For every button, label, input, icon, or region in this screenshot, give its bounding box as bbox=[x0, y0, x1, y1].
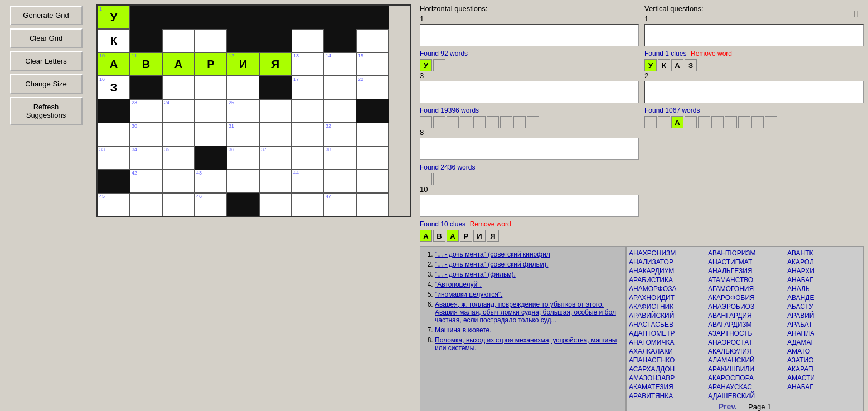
grid-cell[interactable]: 13 bbox=[292, 52, 324, 76]
letter-box[interactable]: К bbox=[658, 59, 670, 71]
word-item[interactable]: АМАСТИ bbox=[787, 374, 861, 382]
grid-cell[interactable] bbox=[259, 170, 292, 193]
word-item[interactable]: АДАПТОМЕТР bbox=[629, 330, 702, 337]
grid-cell[interactable] bbox=[162, 6, 195, 29]
word-item[interactable]: АНАРХИ bbox=[787, 267, 861, 275]
crossword-grid[interactable]: 1УК10А11ВАР12ИЯ13141516З1722232425303132… bbox=[96, 4, 411, 217]
v-q2-found[interactable]: Found 1067 words bbox=[644, 107, 700, 114]
grid-cell[interactable] bbox=[324, 99, 356, 123]
word-item[interactable]: АНАМОРФОЗА bbox=[629, 285, 702, 293]
letter-box[interactable] bbox=[685, 116, 697, 128]
grid-cell[interactable] bbox=[292, 123, 324, 146]
word-item[interactable]: АДАМАІ bbox=[787, 339, 861, 346]
grid-cell[interactable] bbox=[356, 193, 389, 216]
letter-box[interactable] bbox=[513, 116, 526, 128]
grid-cell[interactable] bbox=[259, 193, 292, 216]
definition-link[interactable]: "иномарки целуются". bbox=[435, 291, 502, 298]
letter-box[interactable]: А bbox=[671, 116, 683, 128]
grid-cell[interactable]: 33 bbox=[98, 146, 130, 170]
grid-cell[interactable]: 36 bbox=[227, 146, 259, 170]
grid-cell[interactable]: 22 bbox=[356, 76, 389, 99]
grid-cell[interactable]: 16З bbox=[98, 76, 130, 99]
clear-grid-button[interactable]: Clear Grid bbox=[10, 28, 83, 48]
letter-box[interactable]: У bbox=[420, 59, 432, 71]
letter-box[interactable]: В bbox=[433, 230, 445, 242]
grid-cell[interactable]: 35 bbox=[162, 146, 195, 170]
grid-cell[interactable]: 32 bbox=[324, 123, 356, 146]
grid-cell[interactable]: Р bbox=[195, 52, 227, 76]
h-q3-found[interactable]: Found 19396 words bbox=[420, 107, 479, 114]
grid-cell[interactable]: 38 bbox=[324, 146, 356, 170]
letter-box[interactable] bbox=[500, 116, 512, 128]
word-item[interactable]: АВАНГАРДИЯ bbox=[708, 312, 782, 320]
grid-cell[interactable]: 12И bbox=[227, 52, 259, 76]
letter-box[interactable] bbox=[698, 116, 710, 128]
word-item[interactable]: АВАНТЮРИЗМ bbox=[708, 249, 782, 257]
word-item[interactable]: АРАВИЙСКИЙ bbox=[629, 312, 702, 320]
word-item[interactable]: АНАСТИГМАТ bbox=[708, 258, 782, 266]
letter-box[interactable] bbox=[460, 116, 472, 128]
grid-cell[interactable]: 14 bbox=[324, 52, 356, 76]
grid-cell[interactable]: 44 bbox=[292, 170, 324, 193]
letter-box[interactable] bbox=[751, 116, 764, 128]
definition-link[interactable]: "... - дочь мента" (советский фильм). bbox=[435, 260, 548, 268]
v-q1-remove[interactable]: Remove word bbox=[691, 50, 732, 57]
grid-cell[interactable] bbox=[356, 29, 389, 52]
grid-cell[interactable]: 1У bbox=[98, 6, 130, 29]
generate-grid-button[interactable]: Generate Grid bbox=[10, 6, 83, 25]
word-item[interactable]: АВАГАРДИЗМ bbox=[708, 321, 782, 328]
word-item[interactable]: АКАФИСТНИК bbox=[629, 303, 702, 311]
grid-cell[interactable] bbox=[195, 6, 227, 29]
grid-cell[interactable]: А bbox=[162, 52, 195, 76]
word-item[interactable]: АДАШЕВСКИЙ bbox=[708, 392, 782, 400]
word-item[interactable]: АРАВИТЯНКА bbox=[629, 392, 702, 400]
word-item[interactable]: АКАРАП bbox=[787, 365, 861, 373]
grid-cell[interactable] bbox=[324, 29, 356, 52]
letter-box[interactable] bbox=[487, 116, 499, 128]
prev-button[interactable]: Prev. bbox=[719, 402, 737, 411]
word-item[interactable]: АРАБИСТИКА bbox=[629, 276, 702, 284]
h-q8-found[interactable]: Found 2436 words bbox=[420, 163, 475, 171]
grid-cell[interactable] bbox=[130, 29, 162, 52]
grid-cell[interactable] bbox=[162, 123, 195, 146]
letter-box[interactable] bbox=[527, 116, 539, 128]
word-item[interactable]: АНАБАГ bbox=[787, 276, 861, 284]
grid-cell[interactable] bbox=[324, 170, 356, 193]
letter-box[interactable]: Я bbox=[487, 230, 499, 242]
h-q10-remove[interactable]: Remove word bbox=[470, 220, 511, 228]
refresh-suggestions-button[interactable]: Refresh Suggestions bbox=[10, 97, 83, 125]
grid-cell[interactable] bbox=[292, 193, 324, 216]
word-item[interactable]: АНАСТАСЬЕВ bbox=[629, 321, 702, 328]
definition-link[interactable]: Поломка, выход из строя механизма, устро… bbox=[435, 336, 617, 352]
letter-box[interactable]: З bbox=[685, 59, 697, 71]
word-item[interactable]: АВАНДЕ bbox=[787, 294, 861, 302]
h-q10-input[interactable] bbox=[420, 195, 639, 217]
grid-cell[interactable] bbox=[292, 146, 324, 170]
h-q3-input[interactable] bbox=[420, 81, 639, 103]
word-item[interactable]: АМАТО bbox=[787, 347, 861, 355]
definition-link[interactable]: "Автопоцелуй". bbox=[435, 281, 482, 288]
word-item[interactable]: АНАКАРДИУМ bbox=[629, 267, 702, 275]
grid-cell[interactable] bbox=[259, 29, 292, 52]
letter-box[interactable]: Р bbox=[460, 230, 472, 242]
grid-cell[interactable] bbox=[195, 76, 227, 99]
word-item[interactable]: АРАВИЙ bbox=[787, 312, 861, 320]
letter-box[interactable] bbox=[433, 173, 445, 185]
letter-box[interactable] bbox=[765, 116, 777, 128]
letter-box[interactable] bbox=[473, 116, 486, 128]
clear-letters-button[interactable]: Clear Letters bbox=[10, 51, 83, 71]
grid-cell[interactable] bbox=[98, 170, 130, 193]
grid-cell[interactable] bbox=[195, 99, 227, 123]
word-item[interactable]: АКАРОСПОРА bbox=[708, 374, 782, 382]
grid-cell[interactable] bbox=[259, 76, 292, 99]
word-item[interactable]: АЛАМАНСКИЙ bbox=[708, 356, 782, 364]
grid-cell[interactable] bbox=[356, 99, 389, 123]
grid-cell[interactable]: 46 bbox=[195, 193, 227, 216]
definition-link[interactable]: "... - дочь мента" (фильм). bbox=[435, 270, 516, 278]
letter-box[interactable]: А bbox=[447, 230, 459, 242]
word-item[interactable]: АГАМОГОНИЯ bbox=[708, 285, 782, 293]
grid-cell[interactable] bbox=[227, 76, 259, 99]
grid-cell[interactable] bbox=[227, 29, 259, 52]
grid-cell[interactable]: 23 bbox=[130, 99, 162, 123]
grid-cell[interactable] bbox=[324, 6, 356, 29]
